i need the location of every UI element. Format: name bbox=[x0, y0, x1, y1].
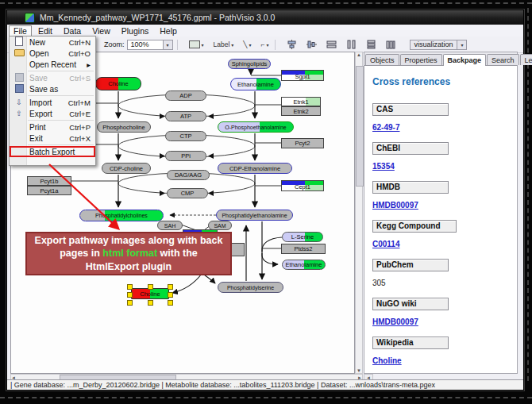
node-phosphatidylcholines[interactable]: Phosphatidylcholines bbox=[79, 210, 164, 221]
node-atp[interactable]: ATP bbox=[165, 111, 206, 121]
selection-handle[interactable] bbox=[127, 300, 133, 306]
node-cdp-choline[interactable]: CDP-choline bbox=[102, 163, 151, 174]
tab-search[interactable]: Search bbox=[487, 54, 519, 65]
stack-vertical-button[interactable] bbox=[364, 39, 379, 51]
menu-data[interactable]: Data bbox=[59, 25, 86, 37]
genebox-sgpl1[interactable]: Sgpl1 bbox=[281, 70, 324, 81]
xref-section-chebi: ChEBI 15354 bbox=[372, 142, 509, 181]
gene-datanode-tool-button[interactable]: ▾ bbox=[187, 39, 206, 51]
menu-item-batch-export[interactable]: Batch Export bbox=[10, 146, 95, 157]
menu-item-save-as[interactable]: Save as bbox=[10, 83, 95, 94]
node-choline[interactable]: Choline bbox=[95, 77, 141, 90]
node-cdp-ethanolamine[interactable]: CDP-Ethanolamine bbox=[218, 163, 292, 174]
menu-item-import[interactable]: ⇩ Import Ctrl+M bbox=[10, 97, 95, 108]
expression-band bbox=[282, 71, 323, 75]
xref-link[interactable]: Choline bbox=[372, 357, 402, 365]
xref-database-name: PubChem bbox=[372, 259, 449, 271]
genebox-etnk2[interactable]: Etnk2 bbox=[281, 106, 321, 116]
node-phosphatidylethanolamine[interactable]: Phosphatidylethanolamine bbox=[216, 210, 293, 221]
genebox-pcyt2[interactable]: Pcyt2 bbox=[281, 138, 324, 148]
node-sphingolipids[interactable]: Sphingolipids bbox=[228, 59, 271, 69]
xref-database-name: HMDB bbox=[372, 181, 449, 194]
chevron-down-icon[interactable]: ▾ bbox=[457, 40, 466, 49]
xref-link[interactable]: 15354 bbox=[372, 163, 395, 171]
highlighted-text: html format bbox=[102, 248, 157, 259]
zoom-combobox[interactable]: 100% ▾ bbox=[127, 40, 173, 50]
genebox-etnk1[interactable]: Etnk1 bbox=[281, 97, 321, 106]
xref-link[interactable]: 62-49-7 bbox=[372, 124, 399, 132]
menu-item-open-recent[interactable]: Open Recent ▸ bbox=[10, 59, 95, 70]
menu-plugins[interactable]: Plugins bbox=[117, 25, 153, 37]
node-phosphatidylserine[interactable]: Phosphatidylserine bbox=[218, 282, 283, 293]
tab-objects[interactable]: Objects bbox=[365, 54, 399, 65]
selection-handle[interactable] bbox=[148, 284, 153, 290]
line-tool-button[interactable]: ╲ ▾ bbox=[241, 39, 253, 51]
menu-file[interactable]: File bbox=[9, 25, 32, 37]
open-folder-icon bbox=[12, 49, 26, 58]
xref-section-pubchem: PubChem 305 bbox=[372, 259, 509, 298]
connector-tool-button[interactable]: ⌐ ▾ bbox=[259, 39, 272, 51]
node-cmp[interactable]: CMP bbox=[167, 188, 208, 198]
xref-link[interactable]: HMDB00097 bbox=[372, 318, 418, 326]
xref-database-name: CAS bbox=[372, 103, 449, 116]
align-horizontal-center-button[interactable] bbox=[304, 39, 319, 51]
title-bar[interactable]: Mm_Kennedy_pathway_WP1771_45176.gpml - P… bbox=[7, 10, 523, 25]
menu-item-save[interactable]: Save Ctrl+S bbox=[10, 72, 95, 83]
align-vertical-center-button[interactable] bbox=[284, 39, 299, 51]
node-ctp[interactable]: CTP bbox=[165, 131, 206, 141]
distribute-horizontal-button[interactable] bbox=[324, 39, 339, 51]
tab-backpage[interactable]: Backpage bbox=[443, 54, 487, 66]
side-panel-tabs: Objects Properties Backpage Search Legen… bbox=[364, 52, 517, 66]
node-adp[interactable]: ADP bbox=[165, 90, 206, 101]
selection-handle[interactable] bbox=[168, 284, 173, 290]
menu-help[interactable]: Help bbox=[155, 25, 182, 37]
chevron-down-icon[interactable]: ▾ bbox=[163, 40, 172, 49]
label-tool-button[interactable]: Label ▾ bbox=[211, 39, 237, 51]
menu-item-exit[interactable]: Exit Ctrl+X bbox=[10, 133, 95, 144]
tab-properties[interactable]: Properties bbox=[400, 54, 442, 65]
save-as-icon bbox=[12, 84, 26, 94]
status-bar: | Gene database: ...m_Derby_20120602.bri… bbox=[7, 379, 523, 390]
xref-link[interactable]: HMDB00097 bbox=[372, 202, 418, 210]
selection-handle[interactable] bbox=[168, 292, 173, 298]
menu-item-print[interactable]: Print Ctrl+P bbox=[10, 121, 95, 133]
stack-horizontal-button[interactable] bbox=[384, 39, 399, 51]
menu-view[interactable]: View bbox=[87, 25, 115, 37]
selection-handle[interactable] bbox=[168, 300, 173, 306]
gene-datanode-icon bbox=[189, 40, 200, 48]
vertical-scroll-thumb[interactable] bbox=[356, 66, 364, 187]
node-dag-aag[interactable]: DAG/AAG bbox=[167, 170, 210, 180]
pathvisio-app-icon bbox=[25, 13, 35, 23]
node-sah[interactable]: SAH bbox=[157, 221, 183, 230]
node-choline-selected[interactable]: Choline bbox=[131, 288, 169, 299]
node-l-serine[interactable]: L-Serine bbox=[282, 232, 323, 242]
node-phosphocholine[interactable]: Phosphocholine bbox=[97, 121, 151, 133]
node-ethanolamine-bottom[interactable]: Ethanolamine bbox=[282, 260, 326, 270]
visualization-combobox[interactable]: visualization ▾ bbox=[410, 40, 467, 50]
menu-item-new[interactable]: New Ctrl+N bbox=[10, 37, 95, 48]
scroll-down-icon[interactable]: ▼ bbox=[357, 368, 361, 373]
selection-handle[interactable] bbox=[127, 284, 133, 290]
genebox-ptdss2[interactable]: Ptdss2 bbox=[281, 244, 326, 254]
menu-item-open[interactable]: Open Ctrl+O bbox=[10, 48, 95, 59]
import-icon: ⇩ bbox=[12, 98, 26, 106]
xref-section-wikipedia: Wikipedia Choline bbox=[372, 337, 509, 373]
node-o-phosphoethanolamine[interactable]: O-Phosphoethanolamine bbox=[218, 121, 294, 133]
selection-handle[interactable] bbox=[148, 300, 153, 306]
annotation-callout: Export pathway images along with back pa… bbox=[25, 232, 232, 275]
scroll-up-icon[interactable]: ▲ bbox=[357, 52, 361, 57]
genebox-pcyt1a[interactable]: Pcyt1a bbox=[27, 186, 71, 195]
menu-item-export[interactable]: ⇧ Export Ctrl+E bbox=[10, 108, 95, 119]
distribute-vertical-button[interactable] bbox=[344, 39, 359, 51]
chevron-down-icon: ▾ bbox=[202, 42, 204, 48]
node-ethanolamine[interactable]: Ethanolamine bbox=[230, 78, 281, 90]
xref-link[interactable]: C00114 bbox=[372, 240, 399, 248]
node-ppi[interactable]: PPi bbox=[165, 151, 206, 161]
export-icon: ⇧ bbox=[12, 110, 26, 117]
genebox-cept1[interactable]: Cept1 bbox=[281, 180, 324, 191]
genebox-pcyt1b[interactable]: Pcyt1b bbox=[27, 176, 71, 186]
tab-legend[interactable]: Legend bbox=[520, 54, 532, 65]
xref-database-name: ChEBI bbox=[372, 142, 449, 155]
menu-edit[interactable]: Edit bbox=[33, 25, 57, 37]
selection-handle[interactable] bbox=[127, 292, 133, 298]
